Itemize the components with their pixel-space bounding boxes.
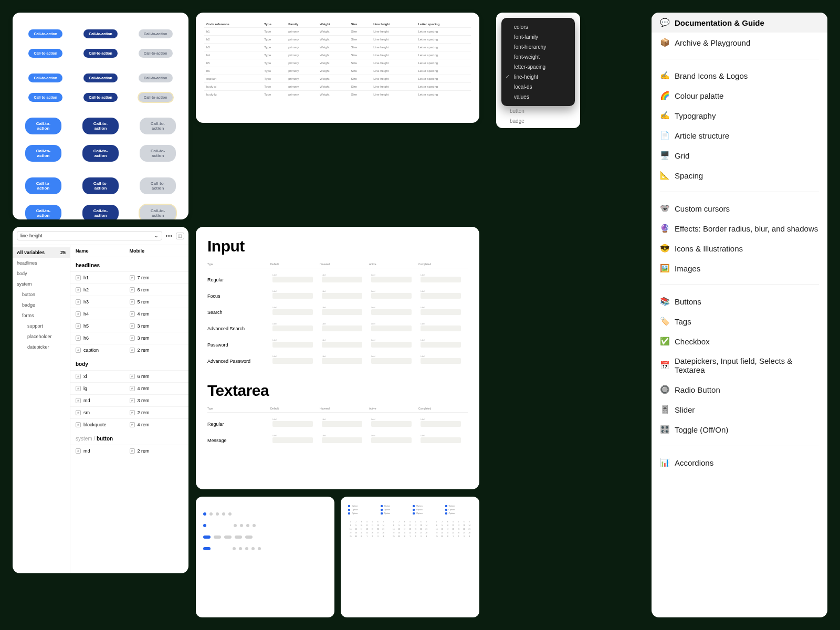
- variable-row[interactable]: #lg#4 rem: [70, 382, 188, 394]
- input-preview: Label: [371, 437, 412, 443]
- ctx-item-font-family[interactable]: font-family: [501, 32, 575, 42]
- sidebar-item[interactable]: 📚Buttons: [652, 291, 827, 311]
- tree-node[interactable]: headlines: [13, 258, 70, 268]
- cta-blue-lg[interactable]: Call-to-action: [25, 145, 61, 162]
- input-preview: Label: [371, 309, 412, 315]
- tree-node[interactable]: placeholder: [13, 331, 70, 342]
- cta-darkblue-lg[interactable]: Call-to-action: [82, 118, 119, 134]
- sidebar-item[interactable]: 🖥️Grid: [652, 145, 827, 165]
- sidebar-item[interactable]: 🔘Radio Button: [652, 380, 827, 400]
- cta-grey-lg[interactable]: Call-to-action: [140, 145, 176, 162]
- cta-darkblue[interactable]: Call-to-action: [83, 49, 118, 58]
- variable-row[interactable]: #h4#4 rem: [70, 308, 188, 320]
- ctx-item-local-ds[interactable]: local-ds: [501, 82, 575, 92]
- sidebar-item[interactable]: 🌈Colour palatte: [652, 86, 827, 106]
- tree-node[interactable]: forms: [13, 310, 70, 321]
- spec-row-label: Focus: [207, 293, 270, 299]
- input-preview: Label: [322, 358, 362, 364]
- cta-darkblue[interactable]: Call-to-action: [83, 29, 118, 38]
- cta-darkblue[interactable]: Call-to-action: [83, 74, 118, 82]
- sidebar-item-label: Tags: [675, 317, 691, 326]
- cta-blue[interactable]: Call-to-action: [28, 74, 62, 82]
- cta-grey-outlined[interactable]: Call-to-action: [139, 93, 173, 102]
- cta-grey[interactable]: Call-to-action: [139, 29, 173, 38]
- sidebar-item[interactable]: ✍️Brand Icons & Logos: [652, 66, 827, 86]
- cta-darkblue-lg[interactable]: Call-to-action: [82, 177, 119, 194]
- input-preview: Label: [371, 342, 412, 348]
- ctx-item-font-hierarchy[interactable]: font-hierarchy: [501, 42, 575, 52]
- input-preview: Label: [421, 437, 461, 443]
- more-icon[interactable]: •••: [165, 233, 173, 239]
- tree-node[interactable]: system: [13, 279, 70, 289]
- sidebar-item-icon: 🐨: [660, 204, 669, 213]
- variable-row[interactable]: #h3#5 rem: [70, 296, 188, 308]
- variable-row[interactable]: #xl#6 rem: [70, 370, 188, 382]
- variable-row[interactable]: #md#3 rem: [70, 394, 188, 406]
- variable-row[interactable]: #caption#2 rem: [70, 344, 188, 356]
- all-variables-label[interactable]: All variables: [17, 250, 45, 255]
- sidebar-toggle-icon[interactable]: ◫: [176, 233, 184, 239]
- textarea-title: Textarea: [207, 382, 468, 400]
- cta-darkblue-lg[interactable]: Call-to-action: [82, 145, 119, 162]
- sidebar-item[interactable]: ✅Checkbox: [652, 331, 827, 351]
- cta-blue[interactable]: Call-to-action: [28, 49, 62, 58]
- variable-row[interactable]: #h2#6 rem: [70, 284, 188, 296]
- tree-node[interactable]: datepicker: [13, 342, 70, 352]
- context-menu[interactable]: colorsfont-familyfont-hierarchyfont-weig…: [501, 18, 575, 106]
- cta-grey-lg-outlined[interactable]: Call-to-action: [140, 205, 176, 219]
- sidebar-item[interactable]: 🐨Custom cursors: [652, 198, 827, 218]
- sidebar-item[interactable]: 📅Datepickers, Input field, Selects & Tex…: [652, 351, 827, 380]
- ctx-item-line-height[interactable]: line-height: [501, 72, 575, 82]
- input-preview: Label: [272, 421, 313, 427]
- variable-row[interactable]: #blockquote#4 rem: [70, 418, 188, 430]
- ctx-item-letter-spacing[interactable]: letter-spacing: [501, 62, 575, 72]
- sidebar-item[interactable]: 🔮Effects: Border radius, blur, and shado…: [652, 218, 827, 238]
- cta-blue[interactable]: Call-to-action: [28, 93, 62, 102]
- cta-grey[interactable]: Call-to-action: [139, 74, 173, 82]
- cta-darkblue[interactable]: Call-to-action: [83, 93, 118, 102]
- sidebar-item[interactable]: ✍️Typography: [652, 106, 827, 125]
- sidebar-item-label: Datepickers, Input field, Selects & Text…: [675, 356, 819, 374]
- ctx-item-values[interactable]: values: [501, 92, 575, 102]
- input-preview: Label: [272, 326, 313, 331]
- variable-collection-select[interactable]: line-height⌄: [17, 231, 162, 240]
- sidebar-item[interactable]: 🎛️Toggle (Off/On): [652, 419, 827, 439]
- buttons-showcase-card: Call-to-action Call-to-action Call-to-ac…: [13, 13, 188, 219]
- input-preview: Label: [322, 309, 362, 315]
- tree-node[interactable]: body: [13, 268, 70, 279]
- ctx-item-font-weight[interactable]: font-weight: [501, 52, 575, 62]
- cta-blue[interactable]: Call-to-action: [28, 29, 62, 38]
- cta-blue-lg[interactable]: Call-to-action: [25, 177, 61, 194]
- input-preview: Label: [272, 293, 313, 299]
- cta-blue-lg[interactable]: Call-to-action: [25, 205, 61, 219]
- tree-node[interactable]: badge: [13, 300, 70, 310]
- sidebar-header[interactable]: 💬 Documentation & Guide: [652, 13, 827, 33]
- variable-row[interactable]: #sm#2 rem: [70, 406, 188, 418]
- variable-row[interactable]: #h6#3 rem: [70, 332, 188, 344]
- sidebar-item[interactable]: 📊Accordions: [652, 453, 827, 472]
- vars-col-mobile: Mobile: [130, 248, 184, 254]
- variable-row[interactable]: #h5#3 rem: [70, 320, 188, 332]
- sidebar-item[interactable]: 😎Icons & Illustrations: [652, 238, 827, 258]
- tree-node[interactable]: support: [13, 321, 70, 331]
- input-preview: Label: [322, 342, 362, 348]
- cta-grey-lg[interactable]: Call-to-action: [140, 118, 176, 134]
- cta-darkblue-lg[interactable]: Call-to-action: [82, 205, 119, 219]
- sidebar-item-label: Radio Button: [675, 385, 720, 394]
- ctx-item-colors[interactable]: colors: [501, 22, 575, 32]
- sidebar-item-icon: ✍️: [660, 71, 669, 80]
- sidebar-item[interactable]: 🎚️Slider: [652, 400, 827, 419]
- variable-row[interactable]: #h1#7 rem: [70, 271, 188, 284]
- cta-grey-lg[interactable]: Call-to-action: [140, 177, 176, 194]
- sidebar-item[interactable]: 📦Archive & Playground: [652, 33, 827, 52]
- sidebar-item[interactable]: 🏷️Tags: [652, 311, 827, 331]
- sidebar-item-icon: 🔘: [660, 385, 669, 394]
- sidebar-item-label: Accordions: [675, 458, 713, 467]
- sidebar-item[interactable]: 📄Article structure: [652, 125, 827, 145]
- cta-grey[interactable]: Call-to-action: [139, 49, 173, 58]
- tree-node[interactable]: button: [13, 289, 70, 300]
- sidebar-item[interactable]: 🖼️Images: [652, 258, 827, 278]
- cta-blue-lg[interactable]: Call-to-action: [25, 118, 61, 134]
- variable-row[interactable]: #md#2 rem: [70, 445, 188, 457]
- sidebar-item[interactable]: 📐Spacing: [652, 165, 827, 185]
